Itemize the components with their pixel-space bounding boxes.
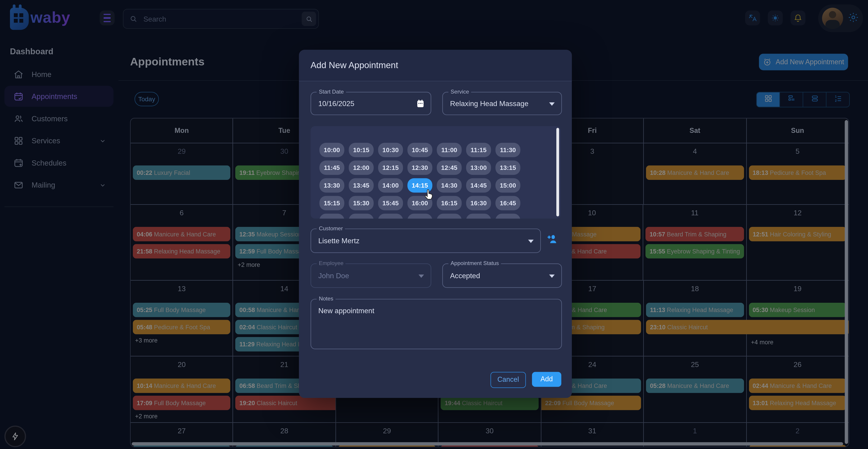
add-button[interactable]: Add — [532, 372, 561, 387]
appointment-status-label: Appointment Status — [448, 260, 501, 266]
time-slot-18:30[interactable]: 18:30 — [495, 214, 521, 219]
time-slot-scrollbar[interactable] — [556, 128, 559, 217]
time-slot-11:00[interactable]: 11:00 — [437, 143, 462, 157]
time-slot-10:15[interactable]: 10:15 — [349, 143, 374, 157]
chevron-down-icon — [549, 275, 555, 278]
time-slot-13:00[interactable]: 13:00 — [466, 161, 491, 175]
time-slot-12:00[interactable]: 12:00 — [349, 161, 374, 175]
customer-label: Customer — [317, 225, 345, 231]
employee-value: John Doe — [318, 271, 349, 280]
chevron-down-icon — [418, 275, 424, 278]
app-root: waby Dashboard Home Appointments Custome… — [0, 0, 868, 449]
mouse-cursor — [424, 188, 436, 200]
notes-value: New appointment — [318, 307, 374, 315]
modal-title: Add New Appointment — [299, 50, 572, 81]
employee-label: Employee — [317, 260, 346, 266]
time-slot-13:45[interactable]: 13:45 — [349, 178, 374, 193]
customer-select[interactable]: Customer Lisette Mertz — [311, 228, 541, 253]
service-value: Relaxing Head Massage — [450, 99, 528, 108]
time-slot-panel: 10:0010:1510:3010:4511:0011:1511:3011:45… — [311, 126, 561, 219]
time-slot-17:15[interactable]: 17:15 — [349, 214, 374, 219]
time-slot-15:45[interactable]: 15:45 — [378, 196, 403, 210]
time-slot-10:30[interactable]: 10:30 — [378, 143, 403, 157]
time-slot-18:00[interactable]: 18:00 — [437, 214, 462, 219]
time-slot-14:00[interactable]: 14:00 — [378, 178, 403, 193]
notes-textarea[interactable]: Notes New appointment — [311, 299, 562, 349]
time-slot-14:30[interactable]: 14:30 — [437, 178, 462, 193]
time-slot-13:15[interactable]: 13:15 — [495, 161, 521, 175]
time-slot-12:30[interactable]: 12:30 — [407, 161, 433, 175]
time-slot-15:15[interactable]: 15:15 — [319, 196, 344, 210]
cancel-button[interactable]: Cancel — [491, 372, 526, 388]
add-appointment-modal: Add New Appointment Start Date 10/16/202… — [299, 50, 572, 398]
chevron-down-icon — [549, 102, 555, 106]
time-slot-17:45[interactable]: 17:45 — [407, 214, 433, 219]
time-slot-12:45[interactable]: 12:45 — [437, 161, 462, 175]
time-slot-10:00[interactable]: 10:00 — [319, 143, 344, 157]
time-slot-16:30[interactable]: 16:30 — [466, 196, 491, 210]
time-slot-15:00[interactable]: 15:00 — [495, 178, 521, 193]
service-label: Service — [448, 89, 471, 95]
customer-value: Lisette Mertz — [318, 237, 360, 245]
time-slot-13:30[interactable]: 13:30 — [319, 178, 344, 193]
time-slot-16:45[interactable]: 16:45 — [495, 196, 521, 210]
add-customer-button[interactable] — [546, 233, 558, 245]
calendar-icon[interactable] — [416, 99, 425, 108]
start-date-field[interactable]: Start Date 10/16/2025 — [311, 92, 431, 115]
time-slot-10:45[interactable]: 10:45 — [407, 143, 433, 157]
time-slot-12:15[interactable]: 12:15 — [378, 161, 403, 175]
appointment-status-select[interactable]: Appointment Status Accepted — [442, 263, 562, 288]
chevron-down-icon — [528, 239, 534, 243]
appointment-status-value: Accepted — [450, 271, 480, 280]
start-date-value: 10/16/2025 — [318, 99, 354, 108]
time-slot-16:15[interactable]: 16:15 — [437, 196, 462, 210]
service-select[interactable]: Service Relaxing Head Massage — [442, 92, 562, 115]
time-slot-11:15[interactable]: 11:15 — [466, 143, 491, 157]
time-slot-11:45[interactable]: 11:45 — [319, 161, 344, 175]
employee-select: Employee John Doe — [311, 263, 431, 288]
person-add-icon — [546, 233, 558, 245]
time-slot-17:00[interactable]: 17:00 — [319, 214, 344, 219]
time-slot-17:30[interactable]: 17:30 — [378, 214, 403, 219]
time-slot-15:30[interactable]: 15:30 — [349, 196, 374, 210]
time-slot-14:45[interactable]: 14:45 — [466, 178, 491, 193]
time-slot-18:15[interactable]: 18:15 — [466, 214, 491, 219]
start-date-label: Start Date — [317, 89, 346, 95]
notes-label: Notes — [317, 295, 336, 301]
time-slot-11:30[interactable]: 11:30 — [495, 143, 521, 157]
